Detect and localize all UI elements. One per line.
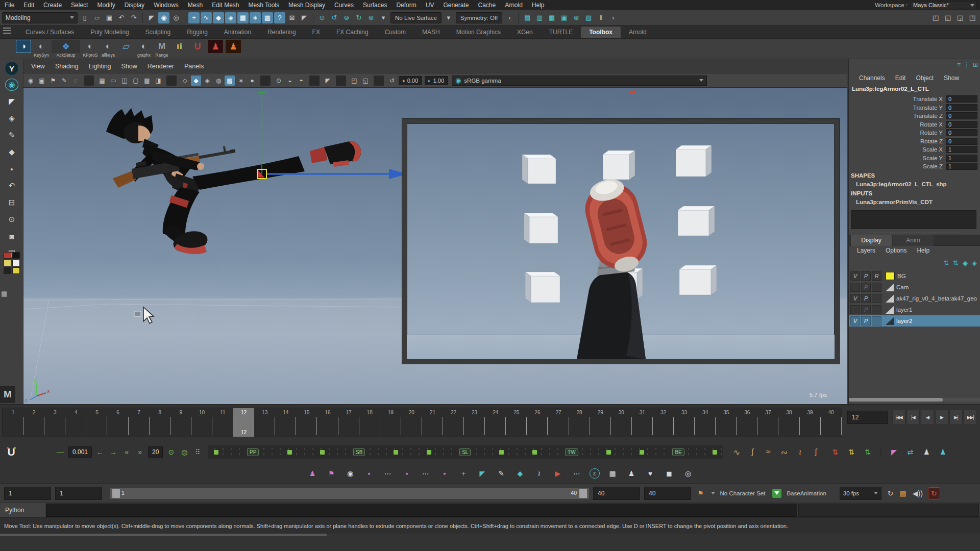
three-pane-layout-icon[interactable]: ◲	[954, 12, 966, 23]
shelf-tab[interactable]: Motion Graphics	[448, 27, 509, 38]
mute-audio-icon[interactable]: ◀))	[913, 489, 923, 497]
time-slider-frame[interactable]: 26	[527, 408, 548, 437]
cube-tool-icon[interactable]: ◼	[663, 467, 675, 480]
time-slider-frame[interactable]: 8	[150, 408, 170, 437]
status-icon[interactable]	[313, 13, 313, 23]
layer-visibility-toggle[interactable]	[850, 283, 860, 292]
save-scene-icon[interactable]: ▣	[104, 12, 115, 23]
time-slider-frame[interactable]: 17	[338, 408, 359, 437]
color-swatch[interactable]	[12, 252, 20, 259]
attribute-label[interactable]: Translate Z	[849, 113, 946, 119]
layer-playback-toggle[interactable]: P	[861, 271, 871, 281]
animbot-logo[interactable]: U	[0, 446, 22, 458]
snap-point-icon[interactable]: ◆	[213, 12, 224, 23]
trash-icon[interactable]: ⊟	[5, 196, 18, 209]
time-slider-frame[interactable]: 18	[359, 408, 380, 437]
bookmark-add-icon[interactable]: ⚑	[697, 489, 704, 497]
magnifier-icon[interactable]: ◎	[682, 467, 694, 480]
horizontal-scrollbar[interactable]	[849, 398, 943, 402]
symmetry-field[interactable]: Symmetry: Off	[456, 12, 502, 23]
input-node-name[interactable]: Luna3p:armorPrimVis_CDT	[856, 199, 933, 205]
shelf-tab[interactable]: TURTLE	[541, 27, 581, 38]
time-slider-frame[interactable]: 14	[275, 408, 296, 437]
time-slider-frame[interactable]: 22	[443, 408, 464, 437]
next-key-icon[interactable]: →	[107, 446, 119, 458]
menu-item[interactable]: Surfaces	[358, 1, 391, 10]
camera-attributes-icon[interactable]: ▣	[37, 76, 47, 86]
pose-icon[interactable]: ♟	[920, 446, 933, 458]
use-all-lights-icon[interactable]: ◍	[213, 76, 224, 86]
person-add-icon[interactable]: ♟	[625, 467, 638, 480]
lazy-s-curve-icon[interactable]: ∾	[778, 446, 790, 458]
time-slider-frame[interactable]: 19	[380, 408, 401, 437]
viewport-menu-item[interactable]: Show	[117, 62, 142, 71]
loop-playback-icon[interactable]: ↻	[888, 489, 894, 497]
curve-tool-icon[interactable]: ≀	[533, 467, 545, 480]
attribute-label[interactable]: Scale Y	[849, 155, 946, 161]
time-slider-frame[interactable]: 11	[212, 408, 233, 437]
attribute-value-field[interactable]: 1	[946, 146, 977, 153]
move-plus-icon[interactable]: +	[457, 467, 470, 480]
time-slider-frame[interactable]: 10	[191, 408, 212, 437]
attribute-label[interactable]: Translate Y	[849, 105, 946, 111]
resolution-gate-icon[interactable]: ◫	[119, 76, 130, 86]
select-cursor-icon[interactable]: ◤	[5, 95, 18, 108]
animbot-strip-marker[interactable]	[214, 450, 218, 455]
move-layer-up-icon[interactable]: ⇅	[943, 259, 949, 267]
animation-end-field[interactable]: 40	[644, 487, 691, 500]
ipr-render-icon[interactable]: ▥	[534, 12, 545, 23]
go-to-start-button[interactable]: |◀◀	[892, 410, 905, 425]
color-swatch[interactable]	[4, 267, 11, 274]
live-surface-dropdown-icon[interactable]: ▾	[443, 12, 454, 23]
menu-item[interactable]: Generate	[438, 1, 473, 10]
menu-item[interactable]: Deform	[391, 1, 421, 10]
exposure-field[interactable]: ◑ 0.00	[399, 76, 422, 85]
layer-visibility-toggle[interactable]: V	[850, 271, 860, 281]
shelf-tab[interactable]: Sculpting	[137, 27, 179, 38]
eye-select-icon[interactable]: ◉	[5, 79, 18, 91]
animbot-strip-marker[interactable]	[499, 450, 504, 455]
animbot-strip-marker[interactable]: PP	[247, 448, 259, 456]
time-slider-frame[interactable]: 39	[800, 408, 821, 437]
menu-item[interactable]: Mesh Display	[284, 1, 330, 10]
shelf-tab[interactable]: FX Caching	[328, 27, 377, 38]
play-forwards-button[interactable]: ▶	[935, 410, 948, 425]
shelf-tab[interactable]: Poly Modeling	[82, 27, 137, 38]
time-slider-frame[interactable]: 24	[485, 408, 506, 437]
menu-item[interactable]: Curves	[330, 1, 358, 10]
dots-grid-icon[interactable]: ⠿	[191, 446, 204, 458]
menu-set-selector[interactable]: Modeling	[2, 12, 78, 23]
snap-surface-icon[interactable]: ▩	[262, 12, 273, 23]
dot-icon[interactable]: •	[5, 163, 18, 175]
shelf-tab[interactable]: Toolbox	[581, 27, 621, 38]
prev-key-icon[interactable]: ←	[94, 446, 106, 458]
viewport-menu-item[interactable]: Shading	[51, 62, 83, 71]
grid-toggle-icon[interactable]: ▦	[97, 76, 107, 86]
notebook-shelf-icon[interactable]: ▱	[118, 40, 134, 58]
shelf-tab[interactable]: FX	[304, 27, 328, 38]
default-material-icon[interactable]: ∗	[236, 76, 246, 86]
hypershade-icon[interactable]: ▣	[558, 12, 570, 23]
current-frame-field[interactable]: 12	[847, 411, 888, 424]
animbot-shelf-icon[interactable]: ◑	[15, 40, 32, 58]
menu-item[interactable]: Help	[527, 1, 549, 10]
minus-icon[interactable]: —	[54, 446, 66, 458]
red-figure-shelf-icon[interactable]: ♟	[207, 40, 224, 58]
fps-dropdown[interactable]: 30 fps	[840, 487, 881, 500]
single-pane-layout-icon[interactable]: ◰	[930, 12, 941, 23]
channelbox-toggle-icon[interactable]: ≡	[957, 61, 961, 68]
attribute-label[interactable]: Rotate Z	[849, 138, 946, 144]
shelf-tab[interactable]: Custom	[377, 27, 414, 38]
BG[interactable]: V P R BG	[849, 270, 980, 282]
textured-icon[interactable]: ◈	[202, 76, 212, 86]
channel-box-menu-item[interactable]: Show	[940, 74, 963, 85]
playback-end-field[interactable]: 40	[593, 487, 640, 500]
safe-action-icon[interactable]: ◨	[153, 76, 163, 86]
highlight-selection-icon[interactable]: ◤	[299, 12, 310, 23]
history-toggle-icon[interactable]: ⊛	[365, 12, 377, 23]
layer-reference-toggle[interactable]	[872, 294, 881, 303]
history-cache-icon[interactable]: ⊚	[341, 12, 352, 23]
pause-viewport-icon[interactable]: ‖	[595, 12, 606, 23]
status-icon[interactable]	[185, 13, 185, 23]
layer-playback-toggle[interactable]: P	[861, 305, 871, 314]
